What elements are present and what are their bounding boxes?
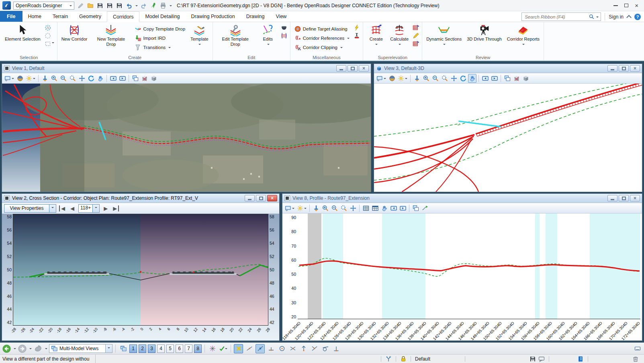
chevron-down-icon[interactable] [92, 205, 99, 212]
save-status-icon[interactable] [528, 356, 537, 362]
profile-tools-button[interactable] [421, 204, 429, 213]
rotate-view-button[interactable] [459, 74, 467, 83]
window-area-button[interactable] [440, 74, 449, 83]
tab-geometry[interactable]: Geometry [74, 11, 107, 22]
search-input[interactable] [524, 14, 588, 20]
accusnap-check-icon[interactable] [219, 344, 228, 353]
tab-file[interactable]: File [0, 11, 22, 22]
tab-terrain[interactable]: Terrain [47, 11, 74, 22]
tab-view[interactable]: View [270, 11, 292, 22]
update-view-button[interactable] [413, 74, 421, 83]
view8-close-button[interactable]: × [630, 195, 640, 201]
zoom-in-button[interactable] [321, 204, 329, 213]
selection-circle-icon[interactable] [45, 25, 54, 31]
view2-minimize-button[interactable] [245, 195, 255, 201]
view2-canvas[interactable]: 585654525048464442 [2, 214, 279, 340]
back-history-caret-icon[interactable] [14, 348, 16, 351]
drive-through-button[interactable]: 3D Drive Through [466, 23, 503, 43]
snap-midpoint-button[interactable] [266, 344, 276, 353]
first-station-button[interactable]: ◀ [59, 205, 66, 211]
copy-view-button[interactable] [503, 74, 511, 83]
view2-maximize-button[interactable] [256, 195, 266, 201]
save-settings-icon[interactable] [106, 2, 113, 9]
display-style-button[interactable] [16, 74, 24, 83]
view3-minimize-button[interactable] [607, 65, 617, 72]
view2-close-button[interactable]: × [267, 195, 277, 201]
update-view-button[interactable] [41, 74, 49, 83]
clip-mask-button[interactable] [521, 74, 530, 83]
new-corridor-button[interactable]: New Corridor [60, 23, 89, 43]
pen-tool-icon[interactable] [77, 2, 84, 9]
view-groups-icon[interactable] [119, 344, 128, 353]
selection-ellipse-icon[interactable] [45, 33, 54, 39]
snap-perpendicular-button[interactable] [331, 344, 341, 353]
zoom-out-button[interactable] [431, 74, 440, 83]
fit-view-button[interactable] [450, 74, 458, 83]
snap-tangent-button[interactable] [321, 344, 330, 353]
key-in-button[interactable] [633, 344, 642, 353]
corridor-grid-icon[interactable] [281, 33, 287, 39]
window-area-button[interactable] [339, 204, 348, 213]
view-toggle-7[interactable]: 7 [185, 345, 192, 353]
pan-view-button[interactable] [468, 74, 476, 83]
trash-icon[interactable] [631, 356, 640, 362]
view-toggle-1[interactable]: 1 [129, 345, 137, 353]
pan-view-button[interactable] [380, 204, 388, 213]
locks-icon[interactable] [399, 356, 408, 362]
help-icon[interactable]: ? [634, 14, 641, 20]
view-rotation-button[interactable] [33, 344, 43, 353]
view-brightness-button[interactable] [25, 74, 36, 83]
active-model-label[interactable]: Default [414, 356, 462, 362]
snap-keypoint-button[interactable] [256, 344, 265, 353]
view-toggle-2[interactable]: 2 [139, 345, 146, 353]
rotate-view-button[interactable] [87, 74, 95, 83]
corridor-reports-button[interactable]: Corridor Reports [506, 23, 541, 47]
previous-station-button[interactable]: ◀ [69, 205, 76, 211]
view8-title-bar[interactable]: View 8, Profile - Route97_Extension × [282, 194, 642, 203]
copy-template-drop-button[interactable]: Copy Template Drop [133, 25, 186, 33]
zoom-out-button[interactable] [330, 204, 339, 213]
window-area-button[interactable] [68, 74, 77, 83]
lightning-tool-icon[interactable] [354, 25, 360, 31]
corridor-clipping-button[interactable]: Corridor Clipping [293, 43, 351, 51]
view-properties-combo[interactable]: View Properties [4, 204, 56, 213]
update-view-button[interactable] [312, 204, 320, 213]
pin-icon[interactable] [149, 2, 157, 9]
view3-canvas[interactable] [374, 84, 642, 192]
template-range-icon[interactable] [354, 33, 360, 39]
tab-drawing-production[interactable]: Drawing Production [186, 11, 241, 22]
sign-in-link[interactable]: Sign in [609, 14, 624, 20]
profile-grid-settings-button[interactable] [371, 204, 379, 213]
view1-close-button[interactable]: × [359, 65, 369, 72]
cross-section-plot[interactable] [13, 214, 268, 326]
view3-title-bar[interactable]: View 3, Default-3D × [374, 64, 642, 73]
snap-center-button[interactable] [277, 344, 286, 353]
search-options-caret-icon[interactable] [596, 16, 599, 19]
superelevation-editor-icon[interactable] [413, 33, 419, 39]
undo-icon[interactable] [125, 2, 133, 9]
undo-history-caret-icon[interactable] [135, 5, 138, 8]
view-attributes-button[interactable] [284, 204, 295, 213]
superelevation-table-icon[interactable] [413, 25, 419, 31]
view2-title-bar[interactable]: View 2, Cross Section - Corridor: Object… [2, 194, 279, 203]
save-as-icon[interactable] [115, 2, 123, 9]
superelevation-calculate-button[interactable]: Calculate [389, 23, 410, 47]
overlay-tool-icon[interactable] [281, 25, 287, 31]
navigate-back-button[interactable] [2, 344, 11, 353]
define-target-aliasing-button[interactable]: Define Target Aliasing [293, 25, 351, 33]
view8-minimize-button[interactable] [607, 195, 617, 201]
zoom-in-button[interactable] [422, 74, 430, 83]
view-toggle-4[interactable]: 4 [157, 345, 165, 353]
superelevation-create-button[interactable]: Create [366, 23, 386, 47]
view-toggle-5[interactable]: 5 [166, 345, 174, 353]
print-icon[interactable] [159, 2, 167, 9]
last-station-button[interactable]: ▶ [112, 205, 119, 211]
transitions-button[interactable]: Transitions [133, 43, 186, 51]
forward-history-caret-icon[interactable] [29, 348, 32, 351]
import-ird-button[interactable]: Import IRD [133, 34, 186, 42]
app-restore-button[interactable] [624, 4, 628, 7]
selection-rectangle-icon[interactable] [45, 41, 54, 47]
view-next-button[interactable] [118, 74, 127, 83]
view-previous-button[interactable] [109, 74, 117, 83]
view1-minimize-button[interactable] [336, 65, 346, 72]
